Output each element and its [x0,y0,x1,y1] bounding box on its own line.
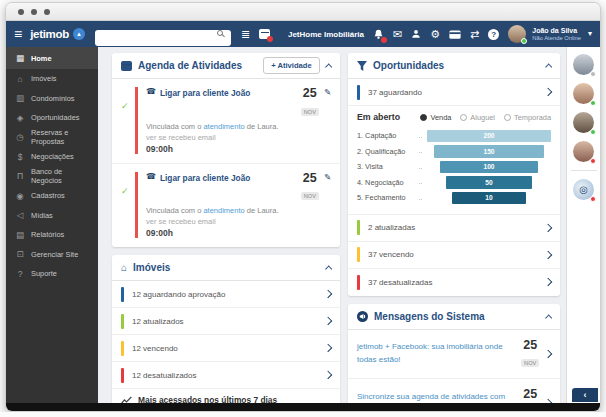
imoveis-row-vencendo[interactable]: 12 vencendo [112,335,340,362]
edit-pencil-icon[interactable]: ✎ [324,87,331,97]
chat-group-badge [590,196,596,202]
row-label: 12 desatualizados [132,371,325,380]
radio-label: Venda [430,113,451,122]
edit-pencil-icon[interactable]: ✎ [324,172,331,182]
message-link[interactable]: jetimob + Facebook: sua imobiliária onde… [357,341,515,366]
filter-radio-temporada[interactable]: Temporada [504,113,551,122]
chat-group-icon[interactable]: ◎ [573,179,594,200]
funnel-bar[interactable]: 10 [452,192,526,205]
radio-label: Temporada [514,113,551,122]
user-avatar[interactable] [508,25,526,43]
funnel-bar[interactable]: 150 [434,145,543,158]
search-icon[interactable] [217,30,223,36]
jetimob-logo[interactable]: jetimob ▲ [30,28,85,40]
filter-radio-aluguel[interactable]: Aluguel [460,113,495,122]
card-icon[interactable] [449,30,461,39]
sidebar-item-imoveis[interactable]: ⌂ Imóveis [6,69,98,89]
gear-icon[interactable]: ⚙ [430,29,440,40]
filter-radio-venda[interactable]: Venda [420,113,451,122]
clock-icon: ◷ [15,132,25,142]
calendar-icon[interactable] [259,29,270,39]
sidebar-item-label: Mídias [31,211,53,220]
oportunidades-row-aguardando[interactable]: 37 aguardando [348,79,560,106]
shuffle-icon[interactable]: ⇄ [470,29,479,40]
list-view-icon[interactable]: ≣ [241,29,250,40]
system-message[interactable]: Sincronize sua agenda de atividades com … [348,379,560,405]
oportunidades-row-desatualizadas[interactable]: 37 desatualizadas [348,269,560,296]
sidebar-item-oportunidades[interactable]: ◈ Oportunidades [6,108,98,128]
linked-link[interactable]: atendimento [203,122,244,131]
linked-link[interactable]: atendimento [203,206,244,215]
sidebar-item-home[interactable]: ▦ Home [6,47,98,69]
hamburger-menu-icon[interactable]: ≡ [14,27,22,41]
imoveis-collapse-icon[interactable] [325,265,333,273]
window-control-dot[interactable] [44,9,50,15]
activity-item[interactable]: ✓ ☎ Ligar para cliente João 25 NOV ✎ [112,79,340,164]
oportunidades-row-atualizadas[interactable]: 2 atualizadas [348,215,560,242]
add-activity-button[interactable]: + Atividade [263,57,319,74]
window-control-dot[interactable] [31,9,37,15]
row-label: 37 aguardando [368,88,545,97]
system-message[interactable]: jetimob + Facebook: sua imobiliária onde… [348,330,560,380]
oportunidades-collapse-icon[interactable] [545,63,553,71]
sidebar-item-cadastros[interactable]: ◉ Cadastros [6,186,98,206]
sidebar-item-reservas-propostas[interactable]: ◷ Reservas e Propostas [6,128,98,148]
status-color-bar [121,341,124,356]
funnel-bar[interactable]: 200 [427,130,551,143]
search-input[interactable] [95,30,231,46]
person-icon[interactable] [411,29,421,39]
message-day: 25 [521,388,539,401]
user-name: João da Silva [532,27,581,35]
sidebar: ▦ Home ⌂ Imóveis ▥ Condomínios ◈ Oportun… [6,47,98,405]
app-window: ≡ jetimob ▲ ≣ JetHome Imobiliária ✉ ⚙ [5,2,601,412]
chat-avatar[interactable] [573,112,594,133]
house-icon: ⌂ [15,74,25,84]
sidebar-item-relatorios[interactable]: ▤ Relatórios [6,225,98,245]
chat-collapse-button[interactable]: ‹ [572,388,598,402]
window-control-dot[interactable] [18,9,24,15]
company-name[interactable]: JetHome Imobiliária [288,30,364,39]
building-icon: ▥ [15,93,25,103]
radio-dot [504,114,511,121]
imoveis-row-aguardando[interactable]: 12 aguardando aprovação [112,281,340,308]
funnel-stage: 2. Qualificação 150 [357,144,551,160]
message-day: 25 [521,339,539,352]
funnel-bar[interactable]: 100 [440,161,538,174]
status-color-bar [121,287,124,302]
window-titlebar [6,3,600,21]
activity-item[interactable]: ✓ ☎ Ligar para cliente João 25 NOV ✎ [112,164,340,248]
dotted-leader [419,129,422,138]
imoveis-row-desatualizados[interactable]: 12 desatualizados [112,362,340,389]
sidebar-item-condominios[interactable]: ▥ Condomínios [6,89,98,109]
sidebar-item-gerenciar-site[interactable]: ⊡ Gerenciar Site [6,245,98,265]
help-icon[interactable]: ? [488,29,499,40]
chevron-down-icon[interactable]: ▾ [588,30,592,38]
row-label: 2 atualizadas [368,223,545,232]
chat-avatar[interactable] [573,141,594,162]
status-color-bar [357,247,360,262]
check-icon: ✓ [121,87,135,154]
chat-avatar[interactable] [573,54,594,75]
bell-icon[interactable] [373,29,384,40]
sidebar-item-negociacoes[interactable]: $ Negociações [6,147,98,167]
agenda-collapse-icon[interactable] [325,63,333,71]
dotted-leader [419,191,422,200]
sidebar-item-label: Condomínios [31,94,75,103]
bell-notification-badge [381,37,387,43]
funnel-bar[interactable]: 50 [446,176,532,189]
chat-avatar[interactable] [573,83,594,104]
sidebar-item-midias[interactable]: ◁ Mídias [6,206,98,226]
monitor-icon: ⊡ [15,249,25,259]
phone-icon: ☎ [146,172,156,181]
mensagens-collapse-icon[interactable] [545,314,553,322]
chevron-right-icon [544,223,552,231]
sidebar-item-suporte[interactable]: ? Suporte [6,264,98,284]
user-meta[interactable]: João da Silva Não Atende Online [532,27,581,42]
radio-dot [420,114,427,121]
sidebar-item-banco-negocios[interactable]: Π Banco de Negócios [6,167,98,187]
sidebar-item-label: Relatórios [31,230,64,239]
imoveis-row-atualizados[interactable]: 12 atualizados [112,308,340,335]
oportunidades-row-vencendo[interactable]: 37 vencendo [348,242,560,269]
chat-divider [571,170,597,171]
mail-icon[interactable]: ✉ [393,29,402,40]
